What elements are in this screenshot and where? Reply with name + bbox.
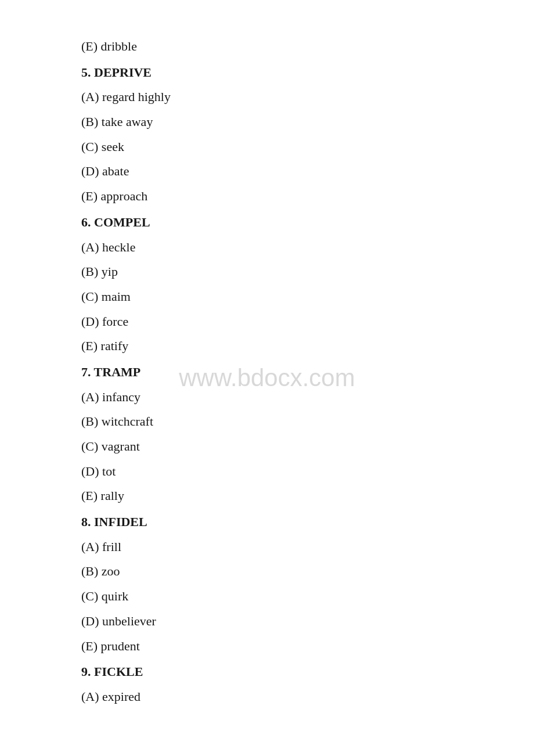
item-text-q6-heading: 6. COMPEL xyxy=(81,215,150,229)
item-text-q6-c: (C) maim xyxy=(81,289,131,304)
item-text-q6-d: (D) force xyxy=(81,314,128,329)
item-text-q5-e: (E) approach xyxy=(81,189,147,203)
list-item-q8-e: (E) prudent xyxy=(81,635,453,658)
list-item-q7-a: (A) infancy xyxy=(81,386,453,409)
item-text-q7-d: (D) tot xyxy=(81,464,116,478)
item-text-q5-heading: 5. DEPRIVE xyxy=(81,65,151,80)
list-item-e-dribble: (E) dribble xyxy=(81,35,453,59)
list-item-q5-b: (B) take away xyxy=(81,110,453,134)
list-item-q7-e: (E) rally xyxy=(81,484,453,508)
list-item-q8-heading: 8. INFIDEL xyxy=(81,510,453,534)
item-text-q7-c: (C) vagrant xyxy=(81,439,140,453)
item-text-q6-b: (B) yip xyxy=(81,264,118,279)
list-item-q6-heading: 6. COMPEL xyxy=(81,211,453,235)
item-text-q8-d: (D) unbeliever xyxy=(81,614,156,628)
list-item-q8-d: (D) unbeliever xyxy=(81,610,453,633)
item-text-q8-heading: 8. INFIDEL xyxy=(81,514,147,529)
item-text-q6-a: (A) heckle xyxy=(81,240,135,254)
list-item-q6-d: (D) force xyxy=(81,310,453,334)
item-text-q7-e: (E) rally xyxy=(81,488,124,503)
item-text-q5-c: (C) seek xyxy=(81,139,124,154)
list-item-q6-b: (B) yip xyxy=(81,260,453,284)
quiz-list: (E) dribble5. DEPRIVE(A) regard highly(B… xyxy=(81,35,453,709)
item-text-q8-c: (C) quirk xyxy=(81,589,128,603)
list-item-q5-a: (A) regard highly xyxy=(81,85,453,109)
list-item-q5-e: (E) approach xyxy=(81,185,453,208)
list-item-q5-d: (D) abate xyxy=(81,160,453,183)
list-item-q7-d: (D) tot xyxy=(81,460,453,484)
list-item-q7-heading: 7. TRAMP xyxy=(81,361,453,384)
list-item-q6-c: (C) maim xyxy=(81,285,453,309)
list-item-q7-b: (B) witchcraft xyxy=(81,410,453,434)
list-item-q8-c: (C) quirk xyxy=(81,585,453,609)
list-item-q8-b: (B) zoo xyxy=(81,560,453,584)
list-item-q7-c: (C) vagrant xyxy=(81,435,453,459)
list-item-q6-e: (E) ratify xyxy=(81,334,453,358)
item-text-q5-a: (A) regard highly xyxy=(81,89,171,104)
item-text-q8-a: (A) frill xyxy=(81,539,121,554)
item-text-q9-heading: 9. FICKLE xyxy=(81,664,143,679)
item-text-q6-e: (E) ratify xyxy=(81,339,128,353)
list-item-q6-a: (A) heckle xyxy=(81,236,453,260)
item-text-q9-a: (A) expired xyxy=(81,689,140,704)
item-text-q8-b: (B) zoo xyxy=(81,564,120,578)
list-item-q8-a: (A) frill xyxy=(81,535,453,559)
list-item-q5-c: (C) seek xyxy=(81,135,453,159)
item-text-q8-e: (E) prudent xyxy=(81,639,140,653)
item-text-e-dribble: (E) dribble xyxy=(81,39,137,53)
list-item-q9-a: (A) expired xyxy=(81,685,453,709)
item-text-q5-b: (B) take away xyxy=(81,114,153,129)
list-item-q9-heading: 9. FICKLE xyxy=(81,660,453,684)
item-text-q7-heading: 7. TRAMP xyxy=(81,365,140,379)
item-text-q5-d: (D) abate xyxy=(81,164,129,178)
item-text-q7-b: (B) witchcraft xyxy=(81,414,153,429)
item-text-q7-a: (A) infancy xyxy=(81,390,140,404)
list-item-q5-heading: 5. DEPRIVE xyxy=(81,61,453,85)
